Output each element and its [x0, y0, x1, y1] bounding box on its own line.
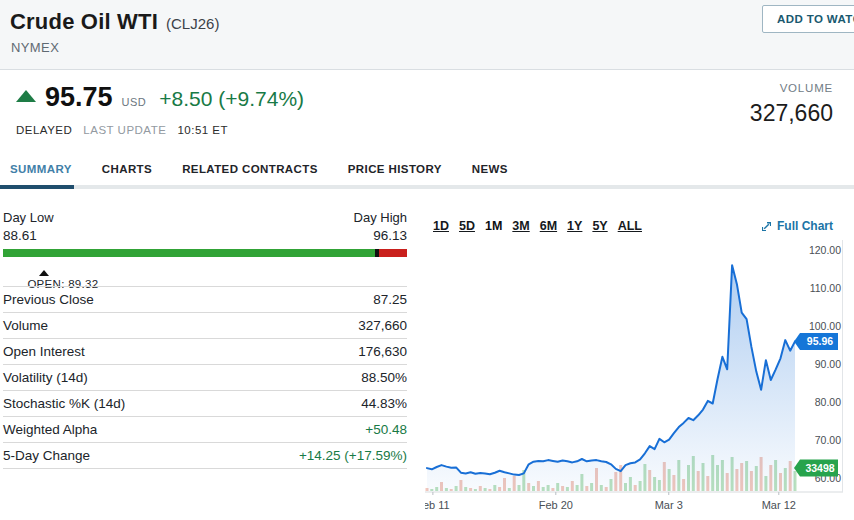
tab-related-contracts[interactable]: RELATED CONTRACTS — [182, 163, 318, 175]
range-button-all[interactable]: ALL — [618, 219, 642, 233]
stat-label: Open Interest — [3, 344, 85, 359]
chart-range-selector: 1D5D1M3M6M1Y5YALL — [433, 219, 642, 233]
stat-value: 44.83% — [361, 396, 407, 411]
range-button-1d[interactable]: 1D — [433, 219, 449, 233]
day-high-label: Day High — [354, 210, 407, 225]
range-button-6m[interactable]: 6M — [540, 219, 557, 233]
volume-label: VOLUME — [750, 82, 833, 94]
stat-value: +50.48 — [365, 422, 407, 437]
table-row: Open Interest176,630 — [3, 338, 407, 364]
tab-underline-active — [0, 185, 74, 189]
quote-page: Crude Oil WTI (CLJ26) NYMEX ADD TO WATCH… — [0, 0, 854, 520]
price-chart[interactable]: Feb 11Feb 20Mar 3Mar 12120.00110.00100.0… — [425, 238, 854, 520]
quote-meta-row: DELAYED LAST UPDATE 10:51 ET — [16, 124, 228, 136]
price-chart-svg: Feb 11Feb 20Mar 3Mar 12120.00110.00100.0… — [425, 238, 854, 520]
full-chart-link[interactable]: Full Chart — [761, 219, 833, 233]
y-axis-label: 80.00 — [815, 396, 841, 408]
range-button-5d[interactable]: 5D — [459, 219, 475, 233]
page-title: Crude Oil WTI — [10, 9, 158, 35]
day-range-values: 88.61 96.13 — [3, 228, 407, 243]
open-price-marker-icon — [39, 270, 49, 276]
summary-panel: Day Low Day High 88.61 96.13 OPEN: 89.32… — [3, 210, 407, 257]
delayed-label: DELAYED — [16, 124, 72, 136]
tab-charts[interactable]: CHARTS — [102, 163, 152, 175]
tab-list: SUMMARYCHARTSRELATED CONTRACTSPRICE HIST… — [10, 163, 508, 175]
price-row: 95.75 USD +8.50 (+9.74%) — [16, 82, 304, 113]
stat-value: 176,630 — [358, 344, 407, 359]
stats-table: Previous Close87.25Volume327,660Open Int… — [3, 286, 407, 469]
exchange-label: NYMEX — [11, 40, 59, 55]
range-button-3m[interactable]: 3M — [512, 219, 529, 233]
y-axis-label: 110.00 — [810, 282, 841, 294]
stat-value: 87.25 — [373, 292, 407, 307]
tab-underline-track — [0, 185, 854, 189]
y-axis-label: 70.00 — [815, 434, 841, 446]
y-axis-label: 90.00 — [815, 358, 841, 370]
day-low-label: Day Low — [3, 210, 54, 225]
volume-box: VOLUME 327,660 — [750, 82, 833, 127]
stat-value: 327,660 — [358, 318, 407, 333]
price-up-arrow-icon — [16, 90, 36, 102]
last-update-label: LAST UPDATE — [83, 124, 166, 136]
table-row: Stochastic %K (14d)44.83% — [3, 390, 407, 416]
day-range-bar — [3, 249, 407, 257]
currency-label: USD — [122, 96, 147, 108]
range-button-1y[interactable]: 1Y — [567, 219, 582, 233]
tab-price-history[interactable]: PRICE HISTORY — [348, 163, 442, 175]
x-axis-label: Feb 20 — [539, 499, 573, 511]
day-range-bar-red — [379, 249, 407, 257]
volume-value: 327,660 — [750, 100, 833, 127]
stat-label: Volume — [3, 318, 48, 333]
add-to-watchlist-button[interactable]: ADD TO WATCH — [762, 5, 854, 33]
tab-bar: SUMMARYCHARTSRELATED CONTRACTSPRICE HIST… — [0, 150, 854, 189]
tab-news[interactable]: NEWS — [472, 163, 508, 175]
table-row: Volatility (14d)88.50% — [3, 364, 407, 390]
tab-summary[interactable]: SUMMARY — [10, 163, 72, 175]
stat-value: +14.25 (+17.59%) — [299, 448, 407, 463]
stat-label: Volatility (14d) — [3, 370, 88, 385]
last-update-time: 10:51 ET — [177, 124, 228, 136]
stat-value: 88.50% — [361, 370, 407, 385]
last-price-tag: 95.96 — [807, 335, 833, 347]
table-row: Volume327,660 — [3, 312, 407, 338]
price-change: +8.50 (+9.74%) — [159, 87, 304, 111]
y-axis-label: 120.00 — [809, 244, 841, 256]
range-button-5y[interactable]: 5Y — [592, 219, 607, 233]
header: Crude Oil WTI (CLJ26) NYMEX ADD TO WATCH — [0, 0, 854, 70]
last-price: 95.75 — [45, 82, 113, 113]
x-axis-label: Mar 12 — [762, 499, 796, 511]
title-row: Crude Oil WTI (CLJ26) — [10, 9, 219, 35]
day-high-value: 96.13 — [373, 228, 407, 243]
day-range-labels: Day Low Day High — [3, 210, 407, 225]
y-axis-label: 100.00 — [809, 320, 841, 332]
contract-symbol: (CLJ26) — [166, 15, 219, 32]
table-row: 5-Day Change+14.25 (+17.59%) — [3, 442, 407, 468]
stat-label: Previous Close — [3, 292, 94, 307]
range-button-1m[interactable]: 1M — [485, 219, 502, 233]
stat-label: Stochastic %K (14d) — [3, 396, 125, 411]
full-chart-label: Full Chart — [777, 219, 833, 233]
table-row: Weighted Alpha+50.48 — [3, 416, 407, 442]
expand-icon — [761, 221, 772, 232]
table-row: Previous Close87.25 — [3, 286, 407, 312]
stat-label: Weighted Alpha — [3, 422, 97, 437]
stat-label: 5-Day Change — [3, 448, 90, 463]
day-range-bar-green — [3, 249, 375, 257]
last-volume-tag: 33498 — [805, 462, 834, 474]
x-axis-label: Feb 11 — [425, 499, 450, 511]
x-axis-label: Mar 3 — [655, 499, 683, 511]
day-low-value: 88.61 — [3, 228, 37, 243]
